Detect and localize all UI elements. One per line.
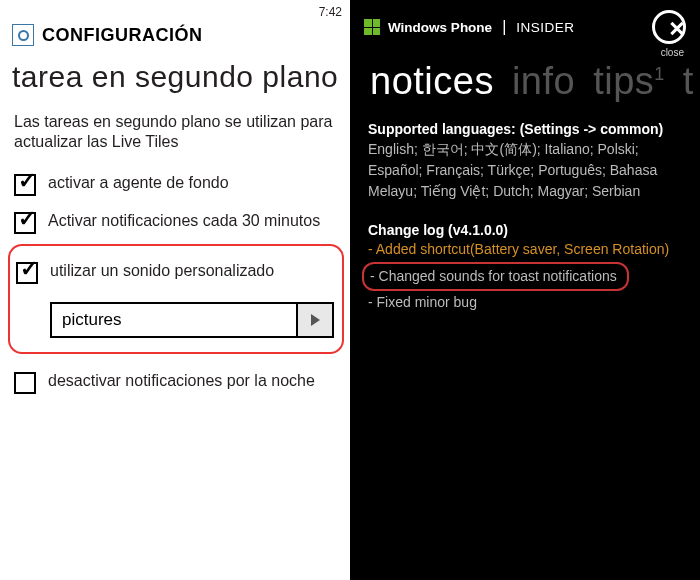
checkbox-icon[interactable] [14,212,36,234]
pivot-tab-info[interactable]: info [512,60,575,103]
sound-name-input[interactable] [50,302,298,338]
wp-header: Windows Phone | INSIDER [350,0,700,44]
pivot-tabs[interactable]: tarea en segundo plano genera [0,50,350,94]
pivot-tab-tips[interactable]: tips1 [593,60,665,103]
close-button[interactable] [652,10,686,44]
checkbox-icon[interactable] [14,372,36,394]
changelog-changed-row: - Changed sounds for toast notifications [368,260,682,290]
option-label: desactivar notificaciones por la noche [48,372,315,390]
windows-logo-icon [364,19,380,35]
pivot-tab-tips-label: tips [593,60,654,102]
supported-body: English; 한국어; 中文(简体); Italiano; Polski; … [368,137,682,202]
right-pivot-tabs[interactable]: notices info tips1 t [350,44,700,103]
wp-subtitle: INSIDER [516,20,574,35]
changelog-changed-highlight: - Changed sounds for toast notifications [362,262,629,290]
supported-languages-section: Supported languages: (Settings -> common… [350,103,700,313]
instagram-icon [12,24,34,46]
checkbox-icon[interactable] [14,174,36,196]
app-title: CONFIGURACIÓN [42,25,203,46]
wp-brand: Windows Phone | INSIDER [364,18,575,36]
options-list-2: desactivar notificaciones por la noche [0,364,350,402]
close-label: close [661,47,684,58]
pivot-tab-truncated[interactable]: t [683,60,694,103]
pivot-tab-notices[interactable]: notices [370,60,494,103]
option-custom-sound[interactable]: utilizar un sonido personalizado [16,254,334,292]
option-notify-30[interactable]: Activar notificaciones cada 30 minutos [14,204,336,242]
changelog-section: Change log (v4.1.0.0) - Added shortcut(B… [368,202,682,313]
custom-sound-highlight: utilizar un sonido personalizado [8,244,344,354]
option-label: activar a agente de fondo [48,174,229,192]
sound-selector-row [16,292,334,338]
option-label: utilizar un sonido personalizado [50,262,274,280]
changelog-title: Change log (v4.1.0.0) [368,222,682,238]
tips-badge: 1 [654,64,665,84]
app-header: CONFIGURACIÓN [0,20,350,50]
right-screen: Windows Phone | INSIDER close notices in… [350,0,700,580]
description-text: Las tareas en segundo plano se utilizan … [0,94,350,166]
divider: | [502,18,506,36]
changelog-added: - Added shortcut(Battery saver, Screen R… [368,238,682,260]
checkbox-icon[interactable] [16,262,38,284]
play-icon [311,314,320,326]
option-enable-agent[interactable]: activar a agente de fondo [14,166,336,204]
play-sound-button[interactable] [298,302,334,338]
option-disable-night[interactable]: desactivar notificaciones por la noche [14,364,336,402]
status-bar: 7:42 [0,0,350,20]
status-time: 7:42 [319,5,342,19]
option-label: Activar notificaciones cada 30 minutos [48,212,320,230]
wp-title: Windows Phone [388,20,492,35]
changelog-fixed: - Fixed minor bug [368,291,682,313]
supported-title: Supported languages: (Settings -> common… [368,121,682,137]
options-list: activar a agente de fondo Activar notifi… [0,166,350,242]
left-screen: 7:42 CONFIGURACIÓN tarea en segundo plan… [0,0,350,580]
pivot-tab-background-task[interactable]: tarea en segundo plano [12,60,338,94]
